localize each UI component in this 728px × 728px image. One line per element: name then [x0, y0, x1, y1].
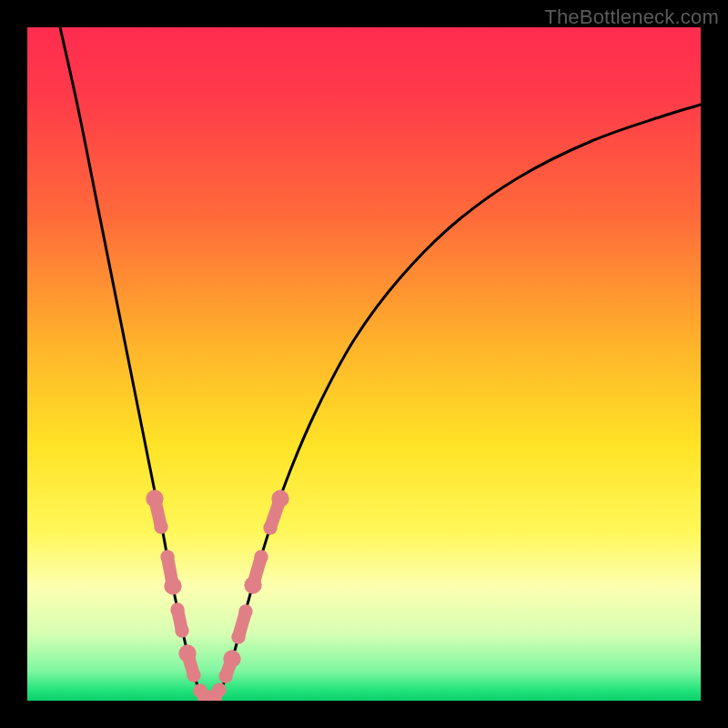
- svg-line-9: [177, 610, 182, 631]
- plot-area: [27, 27, 701, 701]
- curve-right-branch: [209, 105, 701, 701]
- svg-line-21: [226, 659, 232, 676]
- svg-line-12: [187, 653, 194, 675]
- markers-right-branch-markers: [204, 490, 288, 701]
- curve-left-branch: [60, 27, 209, 701]
- svg-line-6: [167, 557, 173, 586]
- svg-line-30: [270, 499, 280, 528]
- markers-left-branch-markers: [146, 490, 215, 701]
- chart-curves: [27, 27, 701, 701]
- svg-line-3: [155, 499, 161, 527]
- watermark-text: TheBottleneck.com: [544, 5, 719, 29]
- svg-line-24: [238, 612, 246, 637]
- svg-line-27: [253, 557, 261, 585]
- svg-line-18: [213, 690, 219, 699]
